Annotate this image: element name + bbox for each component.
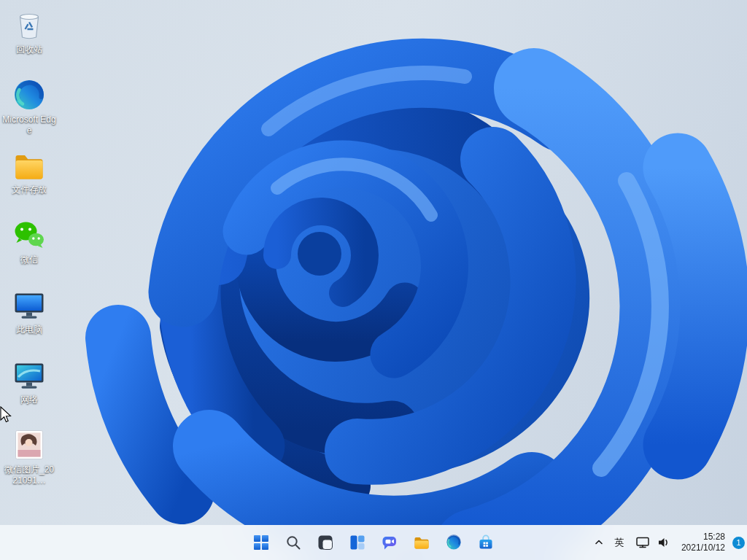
desktop-icon-recycle-bin[interactable]: 回收站 [1, 6, 57, 76]
clock-button[interactable]: 15:28 2021/10/12 [676, 528, 730, 557]
folder-icon [12, 147, 47, 182]
edge-button[interactable] [439, 528, 468, 557]
desktop-icon-microsoft-edge[interactable]: Microsoft Edge [1, 76, 57, 146]
chat-button[interactable] [375, 528, 404, 557]
tray-date: 2021/10/12 [681, 542, 725, 553]
desktop-icon-wechat-image[interactable]: 微信图片_2021091… [1, 426, 57, 496]
desktop-icon-file-folder[interactable]: 文件存放 [1, 146, 57, 216]
network-icon [12, 357, 47, 392]
edge-icon [445, 534, 462, 551]
network-volume-button[interactable] [630, 528, 676, 557]
start-button[interactable] [247, 528, 276, 557]
desktop-icon-label: Microsoft Edge [2, 114, 56, 136]
system-tray: 英 15:28 2021/10/12 1 [589, 525, 745, 560]
desktop-icon-label: 网络 [20, 394, 38, 405]
file-explorer-button[interactable] [407, 528, 436, 557]
desktop-icon-grid: 回收站 Microsoft Edge 文件存放 [1, 6, 57, 496]
desktop-icon-this-pc[interactable]: 此电脑 [1, 286, 57, 356]
desktop-icon-label: 微信 [20, 254, 38, 265]
microsoft-store-button[interactable] [471, 528, 500, 557]
desktop-icon-wechat[interactable]: 微信 [1, 216, 57, 286]
widgets-icon [349, 534, 366, 551]
taskbar: 英 15:28 2021/10/12 1 [0, 525, 747, 560]
ime-language-label: 英 [614, 536, 624, 549]
volume-icon [657, 536, 671, 549]
recycle-bin-icon [12, 7, 47, 42]
desktop-icon-label: 微信图片_2021091… [2, 464, 56, 486]
desktop-icon-label: 此电脑 [16, 324, 42, 335]
desktop[interactable]: 回收站 Microsoft Edge 文件存放 [0, 0, 747, 560]
desktop-icon-network[interactable]: 网络 [1, 356, 57, 426]
store-icon [477, 534, 495, 551]
tray-time: 15:28 [703, 532, 725, 542]
file-explorer-icon [413, 534, 430, 551]
wallpaper-bloom [0, 0, 747, 560]
task-view-icon [317, 534, 334, 551]
image-thumbnail-icon [12, 427, 47, 462]
chat-icon [381, 534, 398, 551]
widgets-button[interactable] [343, 528, 372, 557]
task-view-button[interactable] [311, 528, 340, 557]
desktop-icon-label: 文件存放 [12, 184, 47, 195]
ime-indicator-button[interactable]: 英 [608, 528, 630, 557]
search-button[interactable] [279, 528, 308, 557]
network-icon [635, 536, 650, 549]
taskbar-center-buttons [247, 528, 500, 557]
wechat-icon [12, 217, 47, 252]
chevron-up-icon [593, 537, 605, 548]
desktop-icon-label: 回收站 [16, 44, 42, 55]
windows-logo-icon [252, 533, 271, 552]
edge-icon [12, 77, 47, 112]
this-pc-icon [12, 287, 47, 322]
hidden-icons-button[interactable] [589, 528, 608, 557]
search-icon [285, 534, 302, 551]
notification-badge[interactable]: 1 [732, 537, 745, 549]
